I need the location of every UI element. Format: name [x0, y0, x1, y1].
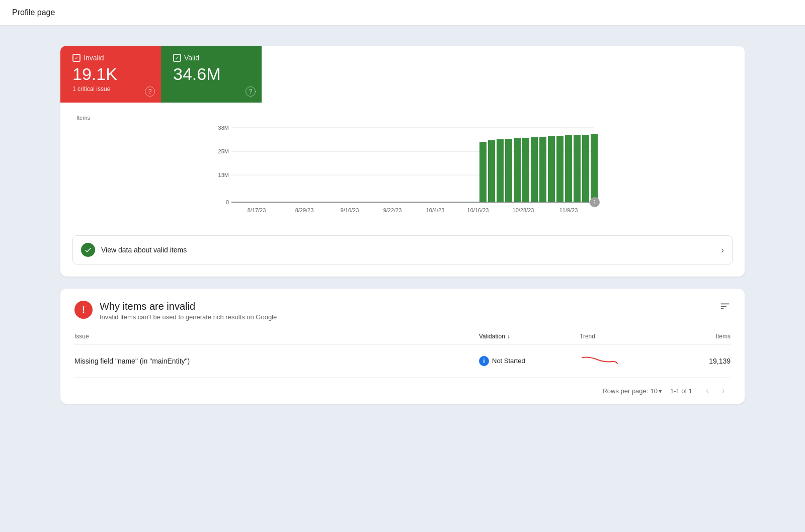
invalid-checkbox-icon: ✓ [72, 54, 80, 62]
svg-rect-16 [548, 136, 555, 202]
rows-per-page: Rows per page: 10 ▾ [602, 387, 662, 395]
svg-text:11/9/23: 11/9/23 [559, 207, 578, 213]
table-footer: Rows per page: 10 ▾ 1-1 of 1 ‹ › [60, 378, 745, 404]
svg-rect-20 [582, 135, 589, 202]
valid-value: 34.6M [173, 65, 250, 83]
page-header: Profile page [0, 0, 805, 26]
pagination-info: 1-1 of 1 [670, 387, 692, 395]
valid-help-icon[interactable]: ? [246, 86, 256, 97]
svg-text:0: 0 [226, 199, 229, 205]
table-area: Issue Validation ↓ Trend Items Missing f… [60, 329, 745, 378]
svg-rect-9 [488, 140, 495, 202]
next-page-button[interactable]: › [716, 384, 731, 398]
svg-text:10/4/23: 10/4/23 [426, 207, 445, 213]
svg-text:9/10/23: 9/10/23 [341, 207, 359, 213]
svg-rect-12 [514, 138, 521, 202]
svg-rect-21 [591, 134, 598, 202]
stats-row: ✓ Invalid 19.1K 1 critical issue ? ✓ Val… [60, 46, 745, 103]
bottom-card-header: ! Why items are invalid Invalid items ca… [60, 289, 745, 329]
bottom-card-title: Why items are invalid [100, 301, 277, 312]
valid-checkbox-icon: ✓ [173, 54, 181, 62]
svg-text:1: 1 [593, 200, 596, 205]
bottom-card-title-group: ! Why items are invalid Invalid items ca… [74, 301, 277, 321]
valid-label: ✓ Valid [173, 54, 250, 62]
sort-down-icon: ↓ [507, 333, 510, 340]
table-header: Issue Validation ↓ Trend Items [74, 329, 731, 344]
page-title: Profile page [12, 8, 55, 17]
svg-rect-19 [574, 135, 581, 202]
table-row: Missing field "name" (in "mainEntity") i… [74, 344, 731, 378]
view-data-text: View data about valid items [101, 246, 721, 254]
svg-text:8/17/23: 8/17/23 [248, 207, 266, 213]
filter-icon[interactable] [719, 301, 731, 314]
error-icon: ! [74, 301, 93, 319]
svg-rect-10 [497, 139, 504, 202]
valid-stat: ✓ Valid 34.6M ? [161, 46, 262, 103]
chart-area: Items 38M 25M 13M 0 [60, 103, 745, 231]
rows-per-page-label: Rows per page: [602, 387, 648, 395]
dropdown-chevron-icon: ▾ [659, 387, 662, 395]
svg-rect-15 [539, 137, 546, 202]
svg-text:10/16/23: 10/16/23 [467, 207, 489, 213]
svg-rect-13 [522, 138, 529, 202]
invalid-label: ✓ Invalid [72, 54, 149, 62]
invalid-value: 19.1K [72, 65, 149, 83]
svg-text:13M: 13M [218, 172, 229, 178]
col-header-trend: Trend [580, 333, 680, 340]
svg-text:38M: 38M [218, 125, 229, 131]
col-header-items: Items [680, 333, 731, 340]
col-header-validation: Validation ↓ [479, 333, 580, 340]
invalid-sub: 1 critical issue [72, 85, 149, 93]
svg-text:9/22/23: 9/22/23 [383, 207, 402, 213]
rows-per-page-value: 10 [650, 387, 657, 395]
main-content: ✓ Invalid 19.1K 1 critical issue ? ✓ Val… [0, 26, 805, 424]
svg-rect-11 [505, 139, 512, 202]
chevron-right-icon: › [721, 245, 724, 255]
col-header-issue: Issue [74, 333, 479, 340]
prev-page-button[interactable]: ‹ [700, 384, 714, 398]
cell-items: 19,139 [680, 357, 731, 365]
svg-text:8/29/23: 8/29/23 [295, 207, 314, 213]
not-started-icon: i [479, 356, 489, 366]
svg-rect-17 [556, 136, 564, 202]
green-check-icon [81, 243, 95, 257]
svg-text:10/28/23: 10/28/23 [513, 207, 534, 213]
bottom-card-subtitle: Invalid items can't be used to generate … [100, 313, 277, 321]
nav-arrows: ‹ › [700, 384, 731, 398]
not-started-badge: i Not Started [479, 356, 525, 366]
cell-issue: Missing field "name" (in "mainEntity") [74, 357, 479, 365]
top-card: ✓ Invalid 19.1K 1 critical issue ? ✓ Val… [60, 46, 745, 277]
invalid-help-icon[interactable]: ? [145, 86, 155, 97]
cell-validation: i Not Started [479, 356, 580, 366]
view-data-button[interactable]: View data about valid items › [72, 235, 733, 264]
trend-chart [580, 352, 620, 368]
bottom-card: ! Why items are invalid Invalid items ca… [60, 289, 745, 404]
svg-rect-18 [565, 135, 572, 202]
invalid-stat: ✓ Invalid 19.1K 1 critical issue ? [60, 46, 161, 103]
svg-rect-8 [479, 142, 487, 202]
svg-rect-14 [531, 137, 538, 202]
svg-text:25M: 25M [218, 148, 229, 154]
cell-trend [580, 352, 680, 369]
rows-per-page-dropdown[interactable]: 10 ▾ [650, 387, 662, 395]
chart-svg: 38M 25M 13M 0 [76, 123, 729, 223]
chart-container: 38M 25M 13M 0 [76, 123, 729, 223]
bottom-card-title-area: Why items are invalid Invalid items can'… [100, 301, 277, 321]
chart-y-label: Items [76, 115, 729, 121]
